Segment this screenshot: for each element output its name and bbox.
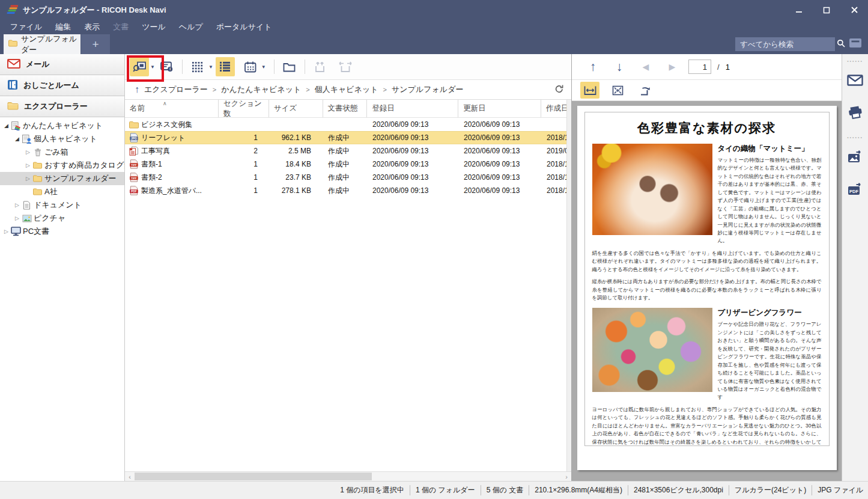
search-input[interactable] [740, 40, 837, 49]
menu-item[interactable]: 表示 [77, 20, 106, 34]
tree-item[interactable]: A社 [0, 185, 124, 198]
file-row[interactable]: ビジネス文例集2020/06/09 09:132020/06/09 09:13 [125, 118, 571, 131]
sidebar-item-explorer[interactable]: エクスプローラー [0, 96, 124, 117]
menu-item[interactable]: ツール [135, 20, 172, 34]
fit-page-button[interactable] [608, 82, 627, 99]
maximize-button[interactable] [813, 0, 840, 20]
up-folder-icon[interactable]: ↑ [135, 84, 139, 95]
preview-pane-button[interactable] [130, 57, 149, 76]
next-page-icon[interactable]: ▶ [662, 58, 682, 76]
breadcrumb-item[interactable]: エクスプローラー [144, 84, 208, 95]
drag-handle-2[interactable]: •••••• [847, 135, 863, 139]
sidebar-item-mail[interactable]: メール [0, 54, 124, 75]
doc-paragraph-2: 縦糸か横糸時には両方もありますが糸の必要な部分だけを染め上げます。布の幅と同じ長… [592, 278, 822, 302]
tree-item[interactable]: ▷ピクチャ [0, 212, 124, 225]
file-name: 書類-2 [141, 173, 162, 183]
tree-item-label: PC文書 [23, 226, 49, 237]
tab-sample-folder[interactable]: サンプルフォルダー [4, 34, 80, 54]
previous-document-icon[interactable]: ↑ [583, 58, 603, 76]
folder-icon [32, 188, 43, 195]
sidebar: メール おしごとルーム エクスプローラー ◢かんたんキャビネット◢個人キャビネッ… [0, 54, 125, 481]
thumbnail-view-button[interactable] [188, 57, 207, 76]
tree-expander-icon[interactable]: ◢ [2, 123, 10, 129]
file-list: 名前 ∧ セクション数 サイズ 文書状態 登録日 更新日 作成日 ビジネス文例集… [125, 100, 571, 481]
file-pdf-icon: PDF [129, 186, 139, 195]
column-header-sections[interactable]: セクション数 [219, 100, 269, 117]
fit-width-button[interactable] [580, 82, 599, 99]
rotate-button[interactable] [636, 82, 655, 99]
send-mail-icon[interactable] [845, 68, 866, 92]
sidebar-item-workroom[interactable]: おしごとルーム [0, 75, 124, 96]
tree-expander-icon[interactable]: ▷ [24, 149, 32, 155]
breadcrumb-item[interactable]: サンプルフォルダー [392, 84, 463, 95]
file-row[interactable]: TIFF書類-2123.7 KB作成中2020/06/09 09:132020/… [125, 171, 571, 184]
refresh-icon[interactable] [554, 84, 564, 96]
file-row[interactable]: PDF製造系_水道管バ...1278.1 KB作成中2020/06/09 09:… [125, 184, 571, 197]
tree-expander-icon[interactable]: ▷ [13, 202, 21, 208]
column-header-updated[interactable]: 更新日 [458, 100, 541, 117]
tree-expander-icon[interactable]: ◢ [13, 136, 21, 142]
close-button[interactable] [840, 0, 868, 20]
column-header-status[interactable]: 文書状態 [323, 100, 368, 117]
file-row[interactable]: TIFF書類-1118.4 KB作成中2020/06/09 09:132020/… [125, 158, 571, 171]
tree-item[interactable]: ▷PC文書 [0, 225, 124, 238]
combine-button[interactable] [311, 57, 330, 76]
file-cell: 作成中 [323, 159, 368, 170]
preview-viewport[interactable]: 色彩豊富な素材の探求 タイの織物「マットミー」 マットミーの特徴は一種独特な色合… [572, 101, 842, 481]
menu-item[interactable]: ファイル [4, 20, 49, 34]
panel-toggle-icon[interactable] [849, 38, 862, 50]
export-image-icon[interactable] [845, 144, 866, 168]
calendar-view-button[interactable] [241, 57, 260, 76]
tree-item[interactable]: ▷ドキュメント [0, 198, 124, 212]
file-cell: 2020/06/09 09:13 [368, 133, 459, 142]
tree-item[interactable]: ◢個人キャビネット [0, 132, 124, 145]
tree-expander-icon[interactable]: ▷ [2, 228, 10, 234]
menu-bar: ファイル編集表示文書ツールヘルプポータルサイト [0, 20, 868, 34]
file-row[interactable]: JPGリーフレット1962.1 KB作成中2020/06/09 09:13202… [125, 131, 571, 144]
tree-item-label: かんたんキャビネット [23, 120, 103, 131]
split-button[interactable] [336, 57, 355, 76]
tree-item[interactable]: ▷ごみ箱 [0, 145, 124, 159]
search-box[interactable] [735, 37, 835, 51]
new-tab-button[interactable]: + [81, 34, 110, 54]
file-name: リーフレット [141, 133, 185, 143]
chevron-down-icon[interactable]: ▼ [208, 64, 213, 70]
column-header-size[interactable]: サイズ [269, 100, 323, 117]
menu-item[interactable]: 編集 [49, 20, 77, 34]
chevron-down-icon[interactable]: ▼ [150, 64, 155, 70]
menu-item[interactable]: ポータルサイト [210, 20, 279, 34]
breadcrumb-item[interactable]: 個人キャビネット [315, 84, 378, 95]
column-header-registered[interactable]: 登録日 [367, 100, 458, 117]
search-icon[interactable] [837, 39, 845, 49]
doc-heading-1: タイの織物「マットミー」 [718, 144, 822, 154]
menu-item[interactable]: ヘルプ [172, 20, 210, 34]
tree-item[interactable]: ▷サンプルフォルダー [0, 172, 124, 185]
tree-expander-icon[interactable]: ▷ [13, 215, 21, 221]
vertical-scrollbar[interactable] [566, 100, 571, 471]
drag-handle[interactable]: •••••• [847, 59, 863, 63]
breadcrumb-item[interactable]: かんたんキャビネット [221, 84, 301, 95]
property-card-button[interactable]: i [157, 57, 177, 76]
file-row[interactable]: 工事写真22.5 MB作成中2020/06/09 09:132020/06/09… [125, 144, 571, 158]
status-item: JPG ファイル [812, 485, 864, 495]
previous-page-icon[interactable]: ◀ [636, 58, 656, 76]
horizontal-scrollbar[interactable]: ‹ › [125, 471, 571, 481]
scroll-left-icon[interactable]: ‹ [125, 473, 135, 480]
next-document-icon[interactable]: ↓ [609, 58, 630, 76]
file-cell: 作成中 [323, 133, 368, 143]
tree-item[interactable]: ▷おすすめ商品カタログ集 [0, 159, 124, 172]
list-view-button[interactable] [216, 57, 235, 76]
scroll-right-icon[interactable]: › [562, 473, 571, 480]
tree-expander-icon[interactable]: ▷ [24, 162, 32, 168]
minimize-button[interactable] [785, 0, 813, 20]
tree-item[interactable]: ◢かんたんキャビネット [0, 119, 124, 132]
tree-expander-icon[interactable]: ▷ [24, 176, 32, 182]
export-pdf-icon[interactable]: PDF [845, 177, 866, 201]
folder-icon [32, 175, 43, 182]
scrollbar-thumb[interactable] [135, 473, 372, 480]
new-folder-button[interactable] [280, 57, 299, 76]
print-icon[interactable] [845, 100, 866, 124]
chevron-down-icon[interactable]: ▼ [261, 64, 266, 70]
page-number-input[interactable] [688, 60, 711, 74]
column-header-name[interactable]: 名前 ∧ [125, 100, 219, 117]
